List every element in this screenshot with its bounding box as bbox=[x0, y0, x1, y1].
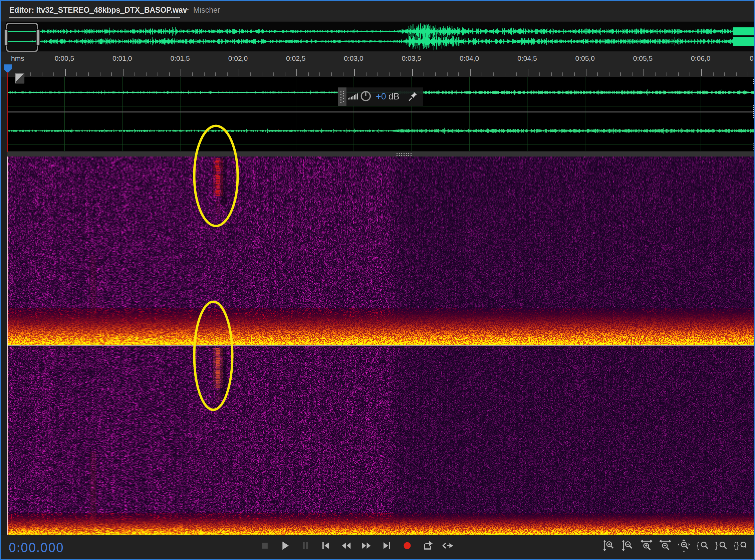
ruler-tick-label: 0:01,5 bbox=[170, 54, 190, 62]
ruler-tick bbox=[655, 73, 656, 76]
svg-text:}: } bbox=[715, 540, 718, 549]
ruler-tick bbox=[690, 73, 690, 76]
ruler-tick bbox=[724, 73, 725, 76]
ruler-tick bbox=[285, 73, 285, 76]
play-icon bbox=[278, 539, 292, 553]
ruler-tick bbox=[609, 73, 610, 76]
overview-waveform-canvas[interactable] bbox=[6, 22, 755, 51]
zoom-out-point-button[interactable]: } bbox=[714, 539, 729, 553]
ruler-tick bbox=[215, 73, 216, 76]
ruler-tick bbox=[100, 73, 100, 76]
current-time-display[interactable]: 0:00.000 bbox=[8, 541, 63, 555]
ruler-tick bbox=[597, 73, 598, 76]
status-bar: 0:00.000 {}{} bbox=[1, 535, 755, 560]
zoom-toolbar: {}{} bbox=[602, 539, 755, 553]
ruler-tick bbox=[42, 73, 42, 76]
active-tab-underline bbox=[9, 17, 180, 18]
zoom-in-point-button[interactable]: { bbox=[695, 539, 710, 553]
timeline-ruler[interactable]: hms 0 0:00,50:01,00:01,50:02,00:02,50:03… bbox=[1, 52, 755, 77]
splitter-grip-icon[interactable] bbox=[397, 153, 413, 156]
drag-handle-dots-icon bbox=[340, 91, 344, 103]
tab-editor[interactable]: Editor: ltv32_STEREO_48kbps_DTX_BASOP.wa… bbox=[9, 6, 187, 15]
zoom-in-horizontal-icon bbox=[640, 539, 653, 553]
level-meter-icon bbox=[346, 90, 359, 104]
ruler-tick bbox=[389, 73, 390, 76]
ruler-tick-label: 0:02,5 bbox=[286, 54, 305, 62]
ruler-tick-label: 0:00,5 bbox=[55, 54, 74, 62]
zoom-out-vertical-button[interactable] bbox=[620, 539, 635, 553]
zoom-reset-button[interactable] bbox=[677, 539, 691, 553]
audition-editor-window: Editor: ltv32_STEREO_48kbps_DTX_BASOP.wa… bbox=[0, 0, 755, 560]
spectrogram-canvas[interactable] bbox=[7, 157, 755, 535]
ruler-tick bbox=[713, 73, 714, 76]
zoom-in-vertical-button[interactable] bbox=[602, 539, 616, 553]
skip-to-start-button[interactable] bbox=[319, 539, 333, 553]
gain-value[interactable]: +0 bbox=[376, 92, 386, 102]
ruler-tick bbox=[447, 73, 448, 76]
zoom-in-horizontal-button[interactable] bbox=[639, 539, 654, 553]
playhead-line-spectrogram bbox=[7, 157, 8, 535]
hud-drag-handle[interactable] bbox=[338, 87, 346, 106]
ruler-tick bbox=[54, 73, 54, 76]
rewind-button[interactable] bbox=[339, 539, 353, 553]
ruler-tick bbox=[423, 73, 424, 76]
volume-hud[interactable]: +0 dB bbox=[338, 87, 423, 106]
record-button[interactable] bbox=[400, 539, 414, 553]
ruler-unit-label: hms bbox=[11, 54, 24, 62]
ruler-tick bbox=[493, 73, 494, 76]
ruler-tick bbox=[643, 69, 644, 76]
zoom-out-horizontal-icon bbox=[659, 539, 672, 553]
ruler-tick bbox=[528, 69, 529, 76]
ruler-tick bbox=[250, 73, 251, 76]
zoom-out-horizontal-button[interactable] bbox=[658, 539, 673, 553]
ruler-tick bbox=[146, 73, 146, 76]
ruler-tick bbox=[482, 73, 482, 76]
ruler-tick bbox=[562, 73, 563, 76]
ruler-tick bbox=[319, 73, 320, 76]
ruler-tick bbox=[632, 73, 633, 76]
playhead-line bbox=[7, 73, 8, 152]
ruler-tick bbox=[505, 73, 505, 76]
ruler-tick bbox=[667, 73, 667, 76]
ruler-tick-label: 0:04,0 bbox=[460, 54, 479, 62]
tab-mixer[interactable]: Mischer bbox=[193, 6, 220, 15]
skip-selection-button[interactable] bbox=[441, 539, 455, 553]
ruler-tick bbox=[736, 73, 737, 76]
pause-button[interactable] bbox=[299, 539, 312, 553]
ruler-tick bbox=[586, 69, 587, 76]
skip-to-end-button[interactable] bbox=[380, 539, 394, 553]
ruler-tick bbox=[273, 73, 274, 76]
play-button[interactable] bbox=[278, 539, 292, 553]
ruler-tick bbox=[400, 73, 401, 76]
loop-playback-button[interactable] bbox=[421, 539, 434, 553]
panel-tab-bar: Editor: ltv32_STEREO_48kbps_DTX_BASOP.wa… bbox=[1, 1, 754, 21]
stop-button[interactable] bbox=[258, 539, 271, 553]
fade-handle-icon[interactable] bbox=[15, 74, 24, 83]
zoom-out-point-icon: } bbox=[715, 539, 728, 553]
zoom-selection-button[interactable]: {} bbox=[733, 539, 747, 553]
fast-forward-button[interactable] bbox=[360, 539, 373, 553]
pin-icon[interactable] bbox=[407, 90, 419, 103]
ruler-tick bbox=[88, 73, 89, 76]
viewport-right-handle[interactable] bbox=[37, 30, 39, 45]
ruler-tick-label: 0:03,0 bbox=[344, 54, 363, 62]
ruler-tick-label: 0:05,5 bbox=[633, 54, 653, 62]
zoom-in-vertical-icon bbox=[603, 539, 615, 553]
overview-strip[interactable] bbox=[1, 22, 755, 51]
ruler-tick bbox=[620, 73, 621, 76]
ruler-tick bbox=[331, 73, 332, 76]
hamburger-icon[interactable]: ≡ bbox=[184, 4, 189, 15]
ruler-tick bbox=[458, 73, 459, 76]
ruler-tick-label: 0:03,5 bbox=[402, 54, 421, 62]
overview-viewport-range[interactable] bbox=[6, 23, 38, 52]
ruler-tick bbox=[204, 73, 205, 76]
gain-knob-icon[interactable] bbox=[359, 89, 373, 104]
viewport-left-handle[interactable] bbox=[5, 30, 7, 45]
ruler-tick-label: 0:04,5 bbox=[517, 54, 537, 62]
ruler-tick-label: 0:05,0 bbox=[575, 54, 594, 62]
ruler-tick bbox=[192, 73, 193, 76]
ruler-tick bbox=[435, 73, 436, 76]
rewind-icon bbox=[339, 539, 353, 553]
zoom-in-point-icon: { bbox=[696, 539, 709, 553]
stop-icon bbox=[258, 539, 271, 553]
